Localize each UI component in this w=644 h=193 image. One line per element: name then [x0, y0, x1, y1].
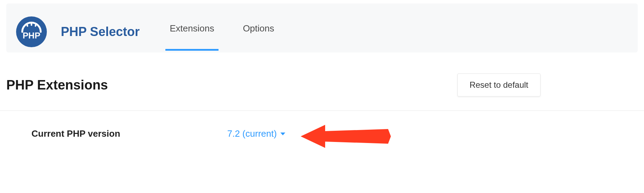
- section-header-row: PHP Extensions Reset to default: [0, 52, 644, 111]
- php-logo-text: PHP: [23, 31, 41, 40]
- current-version-row: Current PHP version 7.2 (current): [0, 111, 644, 160]
- tab-extensions[interactable]: Extensions: [167, 23, 216, 51]
- php-logo-icon: PHP: [16, 16, 47, 47]
- php-version-dropdown[interactable]: 7.2 (current): [227, 128, 285, 139]
- chevron-down-icon: [280, 133, 285, 135]
- annotation-arrow-icon: [301, 121, 392, 152]
- php-version-value: 7.2 (current): [227, 128, 277, 139]
- tab-options[interactable]: Options: [241, 23, 277, 51]
- tabs-container: Extensions Options: [167, 11, 301, 52]
- svg-line-2: [27, 24, 28, 26]
- svg-marker-4: [301, 125, 391, 148]
- app-title: PHP Selector: [61, 24, 139, 39]
- current-version-label: Current PHP version: [31, 128, 227, 139]
- svg-line-3: [35, 24, 36, 26]
- header-bar: PHP PHP Selector Extensions Options: [6, 3, 638, 52]
- section-title: PHP Extensions: [6, 78, 108, 93]
- reset-to-default-button[interactable]: Reset to default: [457, 73, 541, 96]
